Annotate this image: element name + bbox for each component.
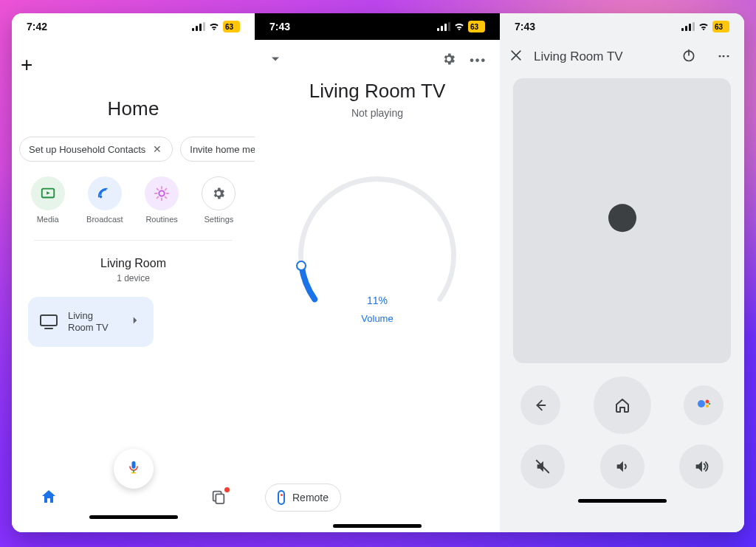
gear-icon[interactable] [441, 52, 456, 69]
wifi-icon [698, 21, 709, 32]
broadcast-icon [88, 176, 122, 210]
more-vert-icon[interactable]: ⋮ [707, 50, 735, 63]
gear-icon [202, 176, 236, 210]
home-indicator [333, 524, 422, 528]
status-time: 7:43 [515, 21, 535, 32]
remote-screen: 7:43 63 Living Room TV ⋮ [500, 13, 744, 532]
svg-line-10 [165, 189, 167, 190]
close-icon[interactable] [509, 48, 523, 66]
cellular-icon [192, 22, 205, 31]
svg-point-1 [100, 196, 103, 199]
power-icon[interactable] [681, 48, 696, 66]
wifi-icon [453, 21, 465, 32]
mic-icon [126, 458, 141, 479]
svg-line-7 [157, 189, 159, 190]
home-indicator [578, 499, 667, 503]
volume-up-button[interactable] [679, 444, 724, 489]
room-header: Living Room 1 device [12, 257, 255, 283]
chip-setup-contacts[interactable]: Set up Household Contacts ✕ [19, 137, 173, 162]
svg-rect-13 [131, 461, 135, 469]
qa-routines[interactable]: Routines [135, 176, 188, 224]
qa-label: Media [37, 215, 59, 224]
battery-indicator: 63 [712, 21, 729, 32]
qa-broadcast[interactable]: Broadcast [78, 176, 131, 224]
svg-line-9 [157, 197, 159, 199]
tv-icon [40, 314, 58, 329]
device-card-living-room-tv[interactable]: LivingRoom TV [28, 297, 154, 347]
media-icon [31, 176, 65, 210]
assistant-icon [695, 395, 712, 416]
remote-trackpad[interactable] [513, 78, 731, 363]
status-bar: 7:43 63 [500, 13, 744, 40]
svg-point-20 [698, 400, 705, 407]
volume-dial[interactable]: 11% Volume [292, 171, 462, 340]
nav-home[interactable] [40, 488, 58, 509]
nav-feed[interactable] [210, 489, 227, 508]
close-icon[interactable]: ✕ [151, 142, 163, 156]
divider [34, 240, 233, 241]
open-remote-button[interactable]: Remote [265, 484, 341, 512]
volume-down-button[interactable] [600, 444, 645, 489]
home-screen: 7:42 63 + Home Set up Household Contacts… [12, 13, 255, 532]
volume-label: Volume [292, 313, 462, 324]
cellular-icon [681, 22, 695, 31]
voice-assistant-button[interactable] [114, 449, 154, 489]
assistant-button[interactable] [684, 385, 724, 425]
svg-point-22 [706, 405, 709, 407]
notification-dot-icon [224, 487, 230, 492]
chip-invite-members[interactable]: Invite home mem [180, 137, 255, 162]
battery-indicator: 63 [468, 21, 485, 32]
device-title: Living Room TV [255, 80, 500, 103]
qa-label: Routines [145, 215, 177, 224]
status-bar: 7:42 63 [12, 13, 255, 40]
wifi-icon [208, 21, 220, 32]
app-bar-title: Living Room TV [534, 49, 623, 64]
room-name: Living Room [12, 257, 255, 270]
routines-icon [145, 176, 179, 210]
more-icon[interactable]: ••• [470, 54, 487, 67]
volume-percent: 11% [292, 295, 462, 306]
svg-line-8 [165, 197, 167, 199]
qa-media[interactable]: Media [21, 176, 75, 224]
playback-status: Not playing [255, 107, 500, 119]
home-button[interactable] [594, 376, 651, 434]
remote-label: Remote [292, 492, 329, 503]
battery-indicator: 63 [223, 21, 240, 32]
svg-point-23 [709, 403, 711, 405]
cellular-icon [437, 22, 450, 31]
chip-label: Invite home mem [190, 144, 255, 155]
mute-button[interactable] [520, 444, 565, 489]
svg-rect-17 [216, 494, 224, 503]
svg-point-2 [159, 190, 164, 196]
qa-settings[interactable]: Settings [192, 176, 245, 224]
qa-label: Settings [205, 215, 234, 224]
home-indicator [89, 515, 178, 519]
chevron-down-icon[interactable] [268, 52, 283, 69]
status-bar: 7:43 63 [255, 13, 500, 40]
back-button[interactable] [520, 385, 560, 425]
svg-point-21 [706, 400, 709, 404]
app-bar: Living Room TV ⋮ [500, 40, 744, 74]
chip-label: Set up Household Contacts [29, 144, 145, 155]
svg-rect-11 [41, 315, 57, 326]
qa-label: Broadcast [86, 215, 123, 224]
room-device-count: 1 device [12, 273, 255, 283]
chevron-right-icon [128, 314, 142, 330]
suggestion-chips: Set up Household Contacts ✕ Invite home … [12, 120, 255, 162]
quick-actions: Media Broadcast Routines [12, 162, 255, 224]
remote-icon [278, 490, 285, 505]
volume-knob[interactable] [296, 261, 306, 271]
device-detail-screen: 7:43 63 [255, 13, 500, 532]
page-title: Home [12, 97, 255, 120]
add-button[interactable]: + [21, 53, 32, 77]
device-name: LivingRoom TV [68, 310, 109, 334]
trackpad-cursor [608, 204, 636, 232]
status-time: 7:43 [269, 21, 290, 32]
status-time: 7:42 [27, 21, 47, 32]
